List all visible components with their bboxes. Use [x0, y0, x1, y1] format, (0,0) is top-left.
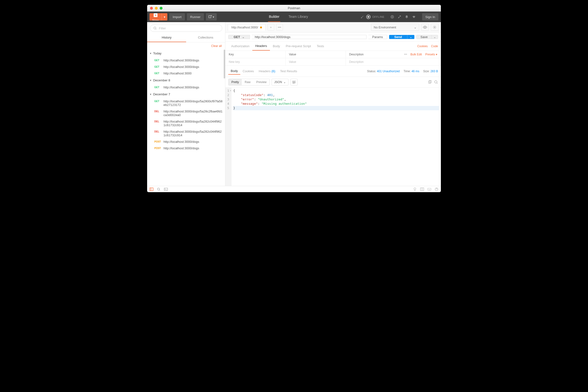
- layout-toggle-icon[interactable]: [420, 187, 424, 191]
- more-icon[interactable]: •••: [404, 53, 407, 56]
- response-cookies-tab[interactable]: Cookies: [240, 68, 256, 74]
- history-url: http://localhost:3000/dogs: [164, 146, 223, 150]
- history-item[interactable]: GEThttp://localhost:3000: [147, 70, 225, 76]
- preview-view-button[interactable]: Preview: [253, 79, 270, 85]
- history-item[interactable]: DELhttp://localhost:3000/dogs/5a282c044f…: [147, 128, 225, 138]
- sidebar-toggle-icon[interactable]: [150, 187, 154, 191]
- find-icon[interactable]: [157, 187, 160, 191]
- method-badge: GET: [154, 72, 161, 75]
- code-link[interactable]: Code: [431, 44, 438, 48]
- history-item[interactable]: GEThttp://localhost:3000/dogs: [147, 64, 225, 70]
- history-item[interactable]: POSThttp://localhost:3000/dogs: [147, 145, 225, 152]
- headers-subtab[interactable]: Headers: [252, 42, 270, 50]
- environment-preview-button[interactable]: [421, 24, 429, 31]
- request-tab[interactable]: http://localhost:3000/: [228, 24, 266, 30]
- raw-view-button[interactable]: Raw: [242, 79, 253, 85]
- history-item[interactable]: POSThttp://localhost:3000/dogs: [147, 138, 225, 145]
- tests-subtab[interactable]: Tests: [314, 42, 327, 50]
- history-url: http://localhost:3000/dogs/5a282c044f962…: [164, 120, 223, 127]
- svg-point-4: [424, 27, 426, 28]
- help-icon[interactable]: [434, 187, 438, 191]
- wrench-icon[interactable]: [398, 15, 402, 19]
- search-icon: [153, 26, 157, 30]
- history-group-header[interactable]: ▼December 7: [147, 90, 225, 98]
- history-item[interactable]: DELhttp://localhost:3000/dogs/5a282c044f…: [147, 118, 225, 128]
- clear-all-link[interactable]: Clear all: [147, 42, 225, 50]
- bulb-icon[interactable]: [413, 187, 417, 191]
- history-group-header[interactable]: ▼Today: [147, 50, 225, 57]
- search-response-icon[interactable]: [434, 80, 438, 84]
- svg-point-8: [434, 81, 437, 83]
- history-item[interactable]: GEThttp://localhost:3000/dogs: [147, 57, 225, 64]
- filter-input[interactable]: Filter: [150, 24, 222, 32]
- new-button[interactable]: +New ▾: [150, 13, 167, 20]
- import-button[interactable]: Import: [169, 13, 185, 20]
- prerequest-subtab[interactable]: Pre-request Script: [283, 42, 314, 50]
- response-tests-tab[interactable]: Test Results: [278, 68, 300, 74]
- response-body-tab[interactable]: Body: [228, 68, 240, 75]
- plus-icon: +: [154, 13, 158, 17]
- history-item[interactable]: DELhttp://localhost:3000/dogs/5a28c2fbae…: [147, 108, 225, 118]
- history-url: http://localhost:3000/dogs: [164, 140, 223, 144]
- team-library-tab[interactable]: Team Library: [288, 12, 309, 22]
- svg-point-3: [154, 27, 156, 29]
- keyboard-icon[interactable]: [428, 187, 431, 191]
- builder-tab[interactable]: Builder: [268, 12, 280, 22]
- new-dropdown-caret[interactable]: ▾: [162, 13, 167, 20]
- globe-icon[interactable]: [390, 15, 394, 19]
- body-subtab[interactable]: Body: [270, 42, 283, 50]
- chevron-down-icon: ⌄: [242, 35, 245, 39]
- signin-button[interactable]: Sign In: [422, 13, 438, 20]
- header-desc-input[interactable]: Description: [346, 58, 441, 66]
- method-badge: DEL: [154, 110, 161, 113]
- save-dropdown-caret[interactable]: ⌄: [432, 35, 438, 39]
- history-group-header[interactable]: ▼December 8: [147, 76, 225, 84]
- method-badge: POST: [154, 146, 161, 150]
- environment-select[interactable]: No Environment⌄: [371, 24, 419, 31]
- copy-icon[interactable]: [428, 80, 432, 84]
- history-item[interactable]: GEThttp://localhost:3000/dogs: [147, 84, 225, 90]
- runner-button[interactable]: Runner: [187, 13, 204, 20]
- wrap-toggle-button[interactable]: [290, 79, 298, 86]
- cookies-link[interactable]: Cookies: [417, 44, 428, 48]
- tab-options-button[interactable]: •••: [276, 24, 283, 30]
- main-toolbar: +New ▾ Import Runner ▾ Builder Team Libr…: [147, 12, 441, 22]
- app-window: Postman +New ▾ Import Runner ▾ Builder T…: [147, 5, 441, 192]
- status-meta: Status: 401 Unauthorized: [367, 70, 400, 73]
- heart-icon[interactable]: [412, 15, 416, 19]
- add-tab-button[interactable]: +: [268, 24, 274, 30]
- console-icon[interactable]: [164, 187, 168, 191]
- method-select[interactable]: GET⌄: [228, 35, 250, 39]
- new-window-button[interactable]: ▾: [206, 13, 217, 20]
- history-item[interactable]: GEThttp://localhost:3000/dogs/5a2800cf97…: [147, 98, 225, 108]
- method-badge: DEL: [154, 120, 161, 123]
- header-col-desc: Description ••• Bulk Edit Presets ▾: [346, 51, 441, 58]
- url-input[interactable]: http://localhost:3000/dogs: [252, 35, 366, 39]
- bell-icon[interactable]: [405, 15, 408, 19]
- svg-point-5: [434, 27, 435, 28]
- bulk-edit-link[interactable]: Bulk Edit: [410, 53, 422, 56]
- sync-status-icon[interactable]: [366, 15, 370, 19]
- svg-point-1: [361, 17, 362, 18]
- sidebar: Filter History Collections Clear all ▼To…: [147, 22, 226, 186]
- collections-tab[interactable]: Collections: [186, 33, 225, 42]
- send-button[interactable]: Send ⌄: [389, 35, 415, 39]
- history-tab[interactable]: History: [147, 33, 186, 42]
- header-key-input[interactable]: New key: [226, 58, 286, 66]
- pretty-view-button[interactable]: Pretty: [228, 79, 242, 85]
- settings-button[interactable]: [431, 24, 438, 31]
- save-button[interactable]: Save ⌄: [416, 35, 438, 39]
- history-url: http://localhost:3000/dogs/5a282c044f962…: [164, 130, 223, 137]
- send-dropdown-caret[interactable]: ⌄: [407, 35, 414, 39]
- response-headers-tab[interactable]: Headers (6): [256, 68, 278, 74]
- presets-dropdown[interactable]: Presets ▾: [425, 53, 437, 56]
- header-col-key: Key: [226, 51, 286, 58]
- authorization-subtab[interactable]: Authorization: [228, 42, 252, 50]
- triangle-down-icon: ▼: [150, 93, 152, 96]
- history-url: http://localhost:3000: [164, 72, 223, 75]
- response-body-viewer[interactable]: 1▾2345 { "statusCode": 401, "error": "Un…: [226, 88, 441, 186]
- params-button[interactable]: Params: [368, 35, 387, 39]
- header-value-input[interactable]: Value: [286, 58, 346, 66]
- format-select[interactable]: JSON⌄: [272, 79, 288, 86]
- method-badge: GET: [154, 58, 161, 62]
